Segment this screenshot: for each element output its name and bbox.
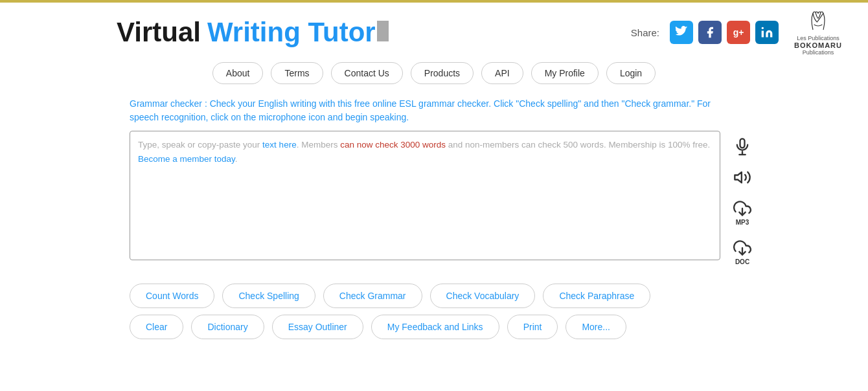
action-row-1: Count Words Check Spelling Check Grammar… xyxy=(130,284,777,308)
header: Virtual Writing Tutor Share: g+ xyxy=(0,3,868,62)
action-buttons: Count Words Check Spelling Check Grammar… xyxy=(0,272,868,339)
check-grammar-button[interactable]: Check Grammar xyxy=(323,284,422,308)
dictionary-button[interactable]: Dictionary xyxy=(191,315,264,339)
mp3-download-button[interactable]: MP3 xyxy=(733,199,751,226)
speaker-button[interactable] xyxy=(733,168,751,186)
doc-label: DOC xyxy=(735,258,749,265)
facebook-icon[interactable] xyxy=(698,21,722,44)
description: Grammar checker : Check your English wri… xyxy=(0,92,868,131)
logo-writing-tutor: Writing Tutor xyxy=(207,17,376,48)
doc-download-button[interactable]: DOC xyxy=(733,239,751,265)
more-button[interactable]: More... xyxy=(565,315,626,339)
check-vocabulary-button[interactable]: Check Vocabulary xyxy=(430,284,536,308)
my-feedback-button[interactable]: My Feedback and Links xyxy=(371,315,499,339)
nav-api[interactable]: API xyxy=(481,62,523,84)
svg-rect-1 xyxy=(740,139,745,148)
nav-my-profile[interactable]: My Profile xyxy=(531,62,599,84)
nav-login[interactable]: Login xyxy=(606,62,656,84)
navigation: About Terms Contact Us Products API My P… xyxy=(0,62,868,92)
social-icons: g+ xyxy=(670,21,779,44)
svg-marker-4 xyxy=(735,172,742,183)
gplus-icon[interactable]: g+ xyxy=(727,21,750,44)
bokomaru-subtitle: Publications xyxy=(803,49,834,56)
twitter-icon[interactable] xyxy=(670,21,693,44)
print-button[interactable]: Print xyxy=(507,315,558,339)
mp3-label: MP3 xyxy=(736,219,749,226)
placeholder-highlight2: can now check 3000 words xyxy=(340,140,446,150)
placeholder-highlight1: text here xyxy=(262,140,297,150)
nav-about[interactable]: About xyxy=(212,62,264,84)
editor-area: Type, speak or copy-paste your text here… xyxy=(0,131,868,272)
bokomaru-title: BOKOMARU xyxy=(794,41,842,49)
share-label: Share: xyxy=(631,27,659,38)
clear-button[interactable]: Clear xyxy=(130,315,183,339)
check-spelling-button[interactable]: Check Spelling xyxy=(222,284,315,308)
nav-products[interactable]: Products xyxy=(411,62,474,84)
bokomaru-logo[interactable]: Les Publications BOKOMARU Publications xyxy=(794,9,842,56)
count-words-button[interactable]: Count Words xyxy=(130,284,214,308)
nav-terms[interactable]: Terms xyxy=(271,62,323,84)
nav-contact-us[interactable]: Contact Us xyxy=(331,62,403,84)
text-editor[interactable]: Type, speak or copy-paste your text here… xyxy=(130,131,720,260)
action-row-2: Clear Dictionary Essay Outliner My Feedb… xyxy=(130,315,777,339)
placeholder-text: Type, speak or copy-paste your text here… xyxy=(138,138,712,166)
essay-outliner-button[interactable]: Essay Outliner xyxy=(272,315,363,339)
side-icons: MP3 DOC xyxy=(720,131,751,272)
check-paraphrase-button[interactable]: Check Paraphrase xyxy=(543,284,650,308)
microphone-button[interactable] xyxy=(733,137,751,155)
bokomaru-pub-line: Les Publications xyxy=(797,35,839,41)
svg-point-0 xyxy=(762,27,764,29)
logo-virtual: Virtual xyxy=(117,17,201,48)
logo: Virtual Writing Tutor xyxy=(117,17,389,48)
placeholder-highlight3: Become a member today xyxy=(138,154,235,164)
header-right: Share: g+ Les Publications xyxy=(631,9,842,56)
logo-cursor xyxy=(377,21,389,41)
linkedin-icon[interactable] xyxy=(755,21,779,44)
